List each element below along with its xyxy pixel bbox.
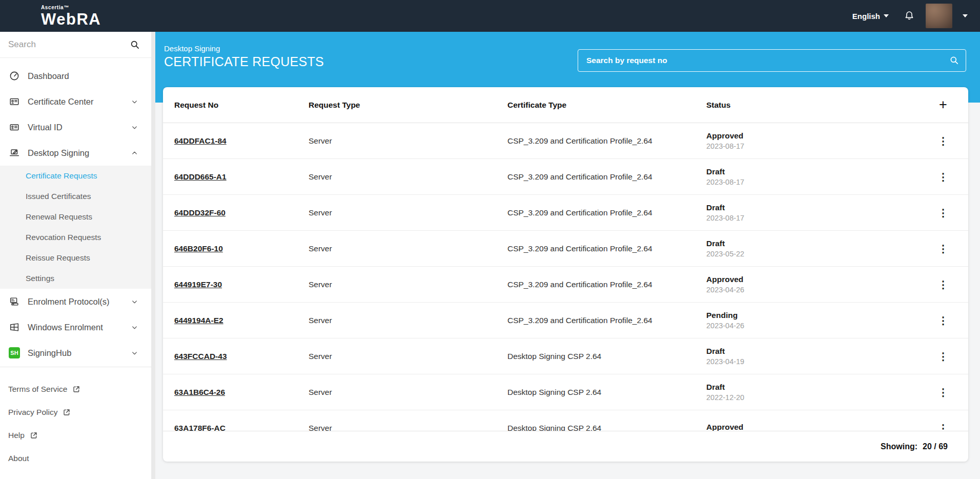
sidebar-item-signinghub[interactable]: SH SigningHub <box>0 340 151 366</box>
request-no-link[interactable]: 63A178F6-AC <box>174 424 226 431</box>
add-request-button[interactable]: + <box>929 98 957 112</box>
language-label: English <box>852 12 880 21</box>
top-bar: Ascertia™ WebRA English <box>0 0 980 32</box>
page-title: CERTIFICATE REQUESTS <box>164 54 324 69</box>
table-footer: Showing: 20 / 69 <box>163 431 968 462</box>
row-actions-button[interactable]: ⋮ <box>929 208 957 218</box>
certificate-type-cell: CSP_3.209 and Certification Profile_2.64 <box>507 172 706 182</box>
certificate-type-cell: Desktop Signing CSP 2.64 <box>507 352 706 361</box>
sidebar-scrollbar[interactable] <box>151 32 155 479</box>
sidebar-item-windows-enrolment[interactable]: Windows Enrolment <box>0 314 151 340</box>
sidebar-subitem-renewal-requests[interactable]: Renewal Requests <box>0 207 151 227</box>
sidebar-subitem-reissue-requests[interactable]: Reissue Requests <box>0 248 151 268</box>
request-search-input[interactable] <box>578 49 966 72</box>
row-actions-button[interactable]: ⋮ <box>929 387 957 397</box>
status-badge: Draft <box>706 167 929 176</box>
sidebar-subitem-issued-certificates[interactable]: Issued Certificates <box>0 186 151 207</box>
row-actions-button[interactable]: ⋮ <box>929 280 957 290</box>
bell-icon <box>903 10 915 22</box>
certificate-type-cell: CSP_3.209 and Certification Profile_2.64 <box>507 136 706 146</box>
status-badge: Draft <box>706 347 929 356</box>
status-date: 2023-04-26 <box>706 286 929 294</box>
sidebar-search-input[interactable] <box>8 39 130 50</box>
external-link-icon <box>30 431 38 440</box>
request-type-cell: Server <box>309 244 507 253</box>
sidebar-item-enrolment-protocols[interactable]: Enrolment Protocol(s) <box>0 289 151 314</box>
table-header-row: Request No Request Type Certificate Type… <box>163 87 968 123</box>
external-link-icon <box>72 385 80 393</box>
app-logo: Ascertia™ WebRA <box>41 5 101 27</box>
sidebar-item-desktop-signing[interactable]: Desktop Signing <box>0 140 151 166</box>
table-row: 643FCCAD-43 Server Desktop Signing CSP 2… <box>163 338 968 374</box>
status-date: 2023-08-17 <box>706 142 929 150</box>
request-type-cell: Server <box>309 172 507 182</box>
certificate-type-cell: Desktop Signing CSP 2.64 <box>507 424 706 431</box>
table-row: 64DDFAC1-84 Server CSP_3.209 and Certifi… <box>163 123 968 159</box>
row-actions-button[interactable]: ⋮ <box>929 351 957 362</box>
privacy-policy-link[interactable]: Privacy Policy <box>0 401 151 424</box>
request-no-link[interactable]: 646B20F6-10 <box>174 244 223 253</box>
request-no-link[interactable]: 6449194A-E2 <box>174 316 223 325</box>
search-icon[interactable] <box>949 55 959 65</box>
sidebar-item-label: Virtual ID <box>28 123 131 132</box>
status-date: 2023-08-17 <box>706 178 929 186</box>
link-label: Privacy Policy <box>8 408 57 417</box>
request-no-link[interactable]: 64DDFAC1-84 <box>174 136 227 145</box>
terms-of-service-link[interactable]: Terms of Service <box>0 377 151 401</box>
table-row: 63A178F6-AC Server Desktop Signing CSP 2… <box>163 410 968 431</box>
row-actions-button[interactable]: ⋮ <box>929 423 957 431</box>
breadcrumb: Desktop Signing <box>164 44 324 53</box>
enrolment-protocol-icon <box>8 296 21 307</box>
request-no-link[interactable]: 64DDD665-A1 <box>174 172 227 181</box>
request-search <box>578 49 966 72</box>
sidebar-item-label: Desktop Signing <box>28 148 131 158</box>
request-no-link[interactable]: 64DDD32F-60 <box>174 208 226 217</box>
request-type-cell: Server <box>309 388 507 397</box>
about-link[interactable]: About <box>0 447 151 470</box>
table-row: 646B20F6-10 Server CSP_3.209 and Certifi… <box>163 231 968 267</box>
request-no-link[interactable]: 63A1B6C4-26 <box>174 388 225 396</box>
row-actions-button[interactable]: ⋮ <box>929 244 957 254</box>
link-label: Help <box>8 431 25 440</box>
sidebar-subitem-certificate-requests[interactable]: Certificate Requests <box>0 166 151 186</box>
certificate-type-cell: CSP_3.209 and Certification Profile_2.64 <box>507 208 706 217</box>
sidebar-item-certificate-center[interactable]: Certificate Center <box>0 89 151 114</box>
row-actions-button[interactable]: ⋮ <box>929 136 957 146</box>
search-icon[interactable] <box>130 39 140 50</box>
sidebar-item-label: Enrolment Protocol(s) <box>28 297 131 307</box>
row-actions-button[interactable]: ⋮ <box>929 315 957 326</box>
request-no-link[interactable]: 643FCCAD-43 <box>174 352 227 361</box>
request-type-cell: Server <box>309 424 507 431</box>
chevron-down-icon <box>131 124 138 131</box>
desktop-signing-submenu: Certificate Requests Issued Certificates… <box>0 166 151 289</box>
sidebar: Dashboard Certificate Center Virtual ID <box>0 32 151 479</box>
chevron-down-icon <box>131 350 138 356</box>
sidebar-item-virtual-id[interactable]: Virtual ID <box>0 114 151 140</box>
sidebar-divider <box>0 367 151 367</box>
sidebar-subitem-settings[interactable]: Settings <box>0 268 151 289</box>
chevron-up-icon <box>131 150 138 156</box>
column-header-request-type: Request Type <box>309 101 507 110</box>
certificate-type-cell: CSP_3.209 and Certification Profile_2.64 <box>507 244 706 253</box>
sidebar-search <box>0 32 151 58</box>
notifications-button[interactable] <box>903 10 915 22</box>
language-selector[interactable]: English <box>852 12 889 21</box>
request-type-cell: Server <box>309 136 507 146</box>
column-header-certificate-type: Certificate Type <box>507 101 706 110</box>
column-header-status: Status <box>706 101 929 110</box>
help-link[interactable]: Help <box>0 424 151 447</box>
status-badge: Approved <box>706 131 929 141</box>
status-date: 2023-05-22 <box>706 250 929 258</box>
column-header-request-no: Request No <box>174 101 309 110</box>
certificate-icon <box>8 96 21 107</box>
signinghub-icon: SH <box>8 347 21 358</box>
avatar[interactable] <box>926 4 952 28</box>
user-menu-chevron-icon[interactable] <box>963 14 968 17</box>
sidebar-subitem-revocation-requests[interactable]: Revocation Requests <box>0 227 151 248</box>
sidebar-item-dashboard[interactable]: Dashboard <box>0 63 151 89</box>
status-date: 2023-04-19 <box>706 357 929 366</box>
row-actions-button[interactable]: ⋮ <box>929 172 957 182</box>
status-date: 2023-08-17 <box>706 214 929 222</box>
sidebar-item-label: SigningHub <box>28 348 131 358</box>
request-no-link[interactable]: 644919E7-30 <box>174 280 222 289</box>
